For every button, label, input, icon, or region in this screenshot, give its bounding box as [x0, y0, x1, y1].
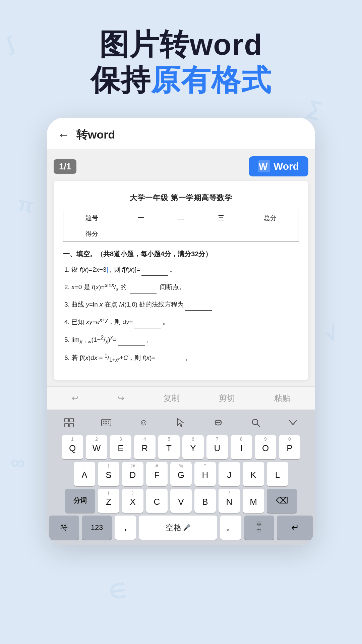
key-G[interactable]: %G	[170, 462, 192, 486]
mic-icon: 🎤	[183, 524, 190, 531]
document-title: 大学一年级 第一学期高等数学	[63, 191, 299, 205]
keyboard-toolbar: ☺	[47, 410, 315, 434]
headline-line1: 图片转word	[90, 27, 272, 62]
return-icon: ↵	[291, 522, 299, 533]
svg-rect-12	[105, 423, 106, 424]
key-K[interactable]: K	[243, 462, 264, 486]
key-W[interactable]: 2W	[86, 435, 107, 459]
key-N[interactable]: /N	[219, 489, 240, 513]
lang-top: 英	[256, 521, 262, 528]
cursor-tool-button[interactable]	[169, 414, 193, 431]
doc-toolbar: 1/1 W Word	[54, 156, 308, 176]
comma-key[interactable]: ，	[115, 516, 136, 540]
search-icon-button[interactable]	[244, 414, 267, 431]
copy-button[interactable]: 复制	[164, 393, 180, 404]
key-X[interactable]: )X	[122, 489, 143, 513]
blank-3	[185, 299, 212, 311]
return-key[interactable]: ↵	[277, 516, 313, 540]
math-item-3: 3. 曲线 y=ln x 在点 M(1,0) 处的法线方程为 。	[63, 299, 299, 311]
svg-rect-10	[108, 421, 109, 422]
blank-2	[130, 282, 157, 293]
svg-rect-4	[65, 423, 68, 427]
svg-rect-9	[106, 421, 107, 422]
key-Z[interactable]: (Z	[98, 489, 119, 513]
back-button[interactable]: ←	[58, 128, 70, 142]
key-B[interactable]: B	[194, 489, 216, 513]
period-key[interactable]: 。	[220, 516, 241, 540]
key-D[interactable]: @D	[122, 462, 143, 486]
grid-icon-button[interactable]	[57, 414, 81, 431]
table-row-4	[241, 226, 299, 241]
word-icon: W	[258, 160, 270, 172]
word-button-label: Word	[274, 161, 299, 172]
svg-rect-14	[108, 423, 109, 424]
table-header-0: 题号	[63, 210, 121, 226]
document-page: 大学一年级 第一学期高等数学 题号 一 二 三 总分 得分	[54, 181, 308, 380]
svg-rect-7	[103, 421, 104, 422]
cursor-icon	[177, 418, 185, 427]
table-row-label: 得分	[63, 226, 121, 241]
chevron-down-icon	[289, 420, 297, 425]
word-button[interactable]: W Word	[249, 156, 308, 176]
svg-rect-8	[105, 421, 106, 422]
link-icon-button[interactable]	[206, 414, 230, 431]
key-E[interactable]: 3E	[110, 435, 131, 459]
key-A[interactable]: -A	[74, 462, 95, 486]
delete-key[interactable]: ⌫	[267, 489, 297, 513]
key-S[interactable]: !S	[98, 462, 119, 486]
svg-line-19	[257, 424, 259, 426]
key-Y[interactable]: 6Y	[182, 435, 204, 459]
key-M[interactable]: M	[243, 489, 264, 513]
headline-highlight: 原有格式	[151, 63, 272, 97]
key-V[interactable]: V	[170, 489, 192, 513]
headline-prefix: 保持	[90, 63, 151, 97]
key-H[interactable]: "H	[194, 462, 216, 486]
headline: 图片转word 保持原有格式	[90, 27, 272, 98]
text-cursor	[107, 267, 108, 273]
key-U[interactable]: 7U	[206, 435, 228, 459]
keyboard-row-2: -A !S @D #F %G "H J K L	[49, 462, 313, 486]
shift-label: 分词	[73, 496, 87, 505]
space-key[interactable]: 空格 🎤	[139, 516, 217, 540]
math-item-6: 6. 若 ∫f(x)dx = 1/1+x²+C，则 f(x)= 。	[63, 351, 299, 365]
svg-rect-13	[106, 423, 107, 424]
emoji-icon-button[interactable]: ☺	[132, 414, 156, 431]
key-T[interactable]: 5T	[158, 435, 180, 459]
num123-key[interactable]: 123	[82, 516, 112, 540]
math-item-1: 1. 设 f(x)=2x−3，则 f[f(x)]= 。	[63, 264, 299, 276]
chevron-down-icon-button[interactable]	[281, 414, 305, 431]
document-area: 1/1 W Word 大学一年级 第一学期高等数学 题号 一	[47, 150, 315, 386]
key-Q[interactable]: 1Q	[62, 435, 83, 459]
cut-button[interactable]: 剪切	[219, 393, 235, 404]
keyboard-bottom-row: 符 123 ， 空格 🎤 。 英 中 ↵	[47, 516, 315, 545]
table-header-4: 总分	[241, 210, 299, 226]
keyboard-keys: 1Q 2W 3E 4R 5T 6Y 7U 8I 9O 0P -A !S @D #…	[47, 434, 315, 513]
math-item-5: 5. limx→∞(1−2/x)x= 。	[63, 333, 299, 347]
symbol-key[interactable]: 符	[49, 516, 79, 540]
table-row-2	[161, 226, 201, 241]
key-shift[interactable]: 分词	[65, 489, 95, 513]
blank-4	[134, 316, 161, 328]
key-R[interactable]: 4R	[134, 435, 156, 459]
keyboard: ☺ 1Q 2W 3E	[47, 410, 315, 545]
key-L[interactable]: L	[267, 462, 288, 486]
table-header-1: 一	[121, 210, 161, 226]
redo-button[interactable]: ↪	[118, 393, 124, 403]
svg-text:W: W	[259, 161, 268, 172]
key-O[interactable]: 9O	[255, 435, 276, 459]
grid-icon	[64, 418, 74, 427]
score-table: 题号 一 二 三 总分 得分	[63, 210, 299, 242]
space-label: 空格	[166, 522, 182, 533]
undo-button[interactable]: ↩	[72, 393, 78, 403]
key-I[interactable]: 8I	[231, 435, 252, 459]
key-C[interactable]: -C	[146, 489, 168, 513]
paste-button[interactable]: 粘贴	[274, 393, 290, 404]
app-title: 转word	[76, 127, 115, 143]
key-P[interactable]: 0P	[279, 435, 300, 459]
keyboard-icon-button[interactable]	[95, 414, 118, 431]
lang-switch-key[interactable]: 英 中	[244, 516, 274, 540]
key-F[interactable]: #F	[146, 462, 168, 486]
key-J[interactable]: J	[219, 462, 240, 486]
keyboard-row-3: 分词 (Z )X -C V B /N M ⌫	[49, 489, 313, 513]
table-row-3	[201, 226, 241, 241]
